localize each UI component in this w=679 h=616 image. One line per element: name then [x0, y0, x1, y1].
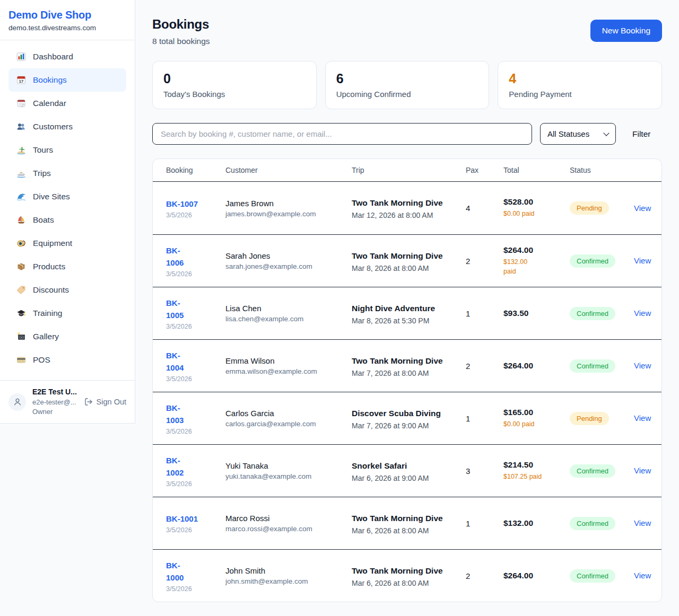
- filter-button[interactable]: Filter: [632, 129, 650, 139]
- user-role: Owner: [32, 407, 77, 417]
- sidebar-item-tours[interactable]: Tours: [8, 138, 126, 162]
- table-row: BK-1000 3/5/2026 John Smith john.smith@e…: [153, 549, 661, 602]
- sidebar-item-gallery[interactable]: Gallery: [8, 325, 126, 348]
- customer-cell: James Brown james.brown@example.com: [225, 199, 352, 218]
- user-name: E2E Test U...: [32, 387, 77, 398]
- total-cell: $93.50: [503, 309, 570, 318]
- view-link[interactable]: View: [634, 204, 651, 213]
- booking-cell: BK-1006 3/5/2026: [166, 244, 225, 278]
- sidebar-item-products[interactable]: Products: [8, 255, 126, 278]
- column-header-booking: Booking: [166, 166, 225, 174]
- sidebar-item-training[interactable]: Training: [8, 302, 126, 325]
- column-header-total: Total: [503, 166, 570, 174]
- user-email: e2e-tester@...: [32, 398, 77, 407]
- stat-value: 0: [163, 71, 306, 87]
- booking-date: 3/5/2026: [166, 270, 225, 278]
- dashboard-icon: [16, 52, 26, 62]
- view-link[interactable]: View: [634, 309, 651, 318]
- trips-boat-icon: [16, 169, 26, 179]
- view-link[interactable]: View: [634, 413, 651, 423]
- view-link[interactable]: View: [634, 571, 651, 580]
- view-link[interactable]: View: [634, 518, 651, 527]
- status-select[interactable]: All Statuses: [540, 123, 616, 145]
- trip-datetime: Mar 12, 2026 at 8:00 AM: [352, 211, 466, 219]
- customer-email: john.smith@example.com: [225, 577, 352, 585]
- booking-id-link[interactable]: BK-1004: [166, 349, 188, 374]
- table-row: BK-1004 3/5/2026 Emma Wilson emma.wilson…: [153, 339, 661, 392]
- column-header-customer: Customer: [225, 166, 352, 174]
- sidebar-item-customers[interactable]: Customers: [8, 115, 126, 138]
- booking-id-link[interactable]: BK-1000: [166, 559, 188, 584]
- trip-datetime: Mar 6, 2026 at 8:00 AM: [352, 579, 466, 587]
- booking-cell: BK-1000 3/5/2026: [166, 559, 225, 593]
- trip-name: Night Dive Adventure: [352, 302, 445, 314]
- paid-amount: $132.00 paid: [503, 257, 533, 277]
- main-content: Bookings 8 total bookings New Booking 0 …: [135, 0, 679, 616]
- sidebar-item-label: Bookings: [33, 75, 67, 85]
- booking-id-link[interactable]: BK-1002: [166, 454, 188, 479]
- sign-out-button[interactable]: Sign Out: [84, 398, 126, 406]
- sidebar-item-dashboard[interactable]: Dashboard: [8, 45, 126, 68]
- customer-name: Yuki Tanaka: [225, 461, 352, 470]
- sidebar-item-discounts[interactable]: Discounts: [8, 278, 126, 302]
- stats-row: 0 Today's Bookings 6 Upcoming Confirmed …: [152, 61, 662, 109]
- status-cell: Pending: [570, 412, 634, 425]
- customer-cell: Carlos Garcia carlos.garcia@example.com: [225, 409, 352, 428]
- trip-name: Two Tank Morning Dive: [352, 512, 445, 524]
- view-link[interactable]: View: [634, 361, 651, 370]
- customer-email: emma.wilson@example.com: [225, 367, 352, 375]
- training-gradcap-icon: [16, 309, 26, 319]
- customer-email: james.brown@example.com: [225, 210, 352, 218]
- status-cell: Confirmed: [570, 517, 634, 530]
- sidebar-item-calendar[interactable]: Calendar: [8, 92, 126, 115]
- customers-icon: [16, 122, 26, 132]
- table-body: BK-1007 3/5/2026 James Brown james.brown…: [153, 182, 661, 602]
- booking-date: 3/5/2026: [166, 428, 225, 435]
- trip-datetime: Mar 6, 2026 at 9:00 AM: [352, 474, 466, 482]
- total-cell: $214.50 $107.25 paid: [503, 460, 570, 482]
- products-box-icon: [16, 262, 26, 272]
- customer-name: Marco Rossi: [225, 514, 352, 523]
- table-header-row: Booking Customer Trip Pax Total Status: [153, 159, 661, 182]
- sidebar-item-pos[interactable]: POS: [8, 348, 126, 372]
- total-cell: $132.00: [503, 518, 570, 528]
- new-booking-button[interactable]: New Booking: [590, 20, 662, 42]
- stat-card-pending-payment: 4 Pending Payment: [498, 61, 662, 109]
- sidebar-item-boats[interactable]: Boats: [8, 208, 126, 232]
- trip-name: Two Tank Morning Dive: [352, 565, 445, 577]
- booking-id-link[interactable]: BK-1006: [166, 244, 188, 269]
- booking-date: 3/5/2026: [166, 480, 225, 488]
- sidebar-user-footer: E2E Test U... e2e-tester@... Owner Sign …: [0, 380, 135, 423]
- page-header: Bookings 8 total bookings New Booking: [152, 17, 662, 46]
- stat-label: Upcoming Confirmed: [336, 90, 478, 99]
- sidebar-item-dive-sites[interactable]: Dive Sites: [8, 185, 126, 208]
- logout-icon: [84, 398, 93, 406]
- trip-name: Two Tank Morning Dive: [352, 250, 445, 262]
- status-select-wrap: All Statuses: [540, 123, 616, 145]
- booking-id-link[interactable]: BK-1003: [166, 402, 188, 427]
- total-amount: $132.00: [503, 518, 570, 528]
- booking-id-link[interactable]: BK-1005: [166, 297, 188, 322]
- booking-id-link[interactable]: BK-1007: [166, 198, 198, 210]
- pax-count: 3: [466, 467, 503, 476]
- sidebar-item-trips[interactable]: Trips: [8, 162, 126, 185]
- table-row: BK-1003 3/5/2026 Carlos Garcia carlos.ga…: [153, 392, 661, 444]
- total-amount: $528.00: [503, 197, 570, 207]
- trip-cell: Discover Scuba Diving Mar 7, 2026 at 9:0…: [352, 407, 466, 430]
- customer-cell: Yuki Tanaka yuki.tanaka@example.com: [225, 461, 352, 480]
- sidebar-item-label: Dive Sites: [33, 192, 70, 201]
- trip-name: Discover Scuba Diving: [352, 407, 445, 419]
- customer-cell: Marco Rossi marco.rossi@example.com: [225, 514, 352, 533]
- sidebar-item-label: Equipment: [33, 239, 72, 248]
- trip-cell: Two Tank Morning Dive Mar 12, 2026 at 8:…: [352, 197, 466, 219]
- sidebar-item-equipment[interactable]: Equipment: [8, 232, 126, 255]
- booking-cell: BK-1007 3/5/2026: [166, 198, 225, 219]
- view-link[interactable]: View: [634, 256, 651, 265]
- total-cell: $264.00 $132.00 paid: [503, 245, 570, 277]
- search-input[interactable]: [152, 123, 532, 145]
- booking-id-link[interactable]: BK-1001: [166, 513, 198, 525]
- view-link[interactable]: View: [634, 466, 651, 475]
- shop-domain: demo.test.divestreams.com: [8, 24, 126, 32]
- booking-date: 3/5/2026: [166, 375, 225, 383]
- sidebar-item-bookings[interactable]: 17 Bookings: [8, 68, 126, 92]
